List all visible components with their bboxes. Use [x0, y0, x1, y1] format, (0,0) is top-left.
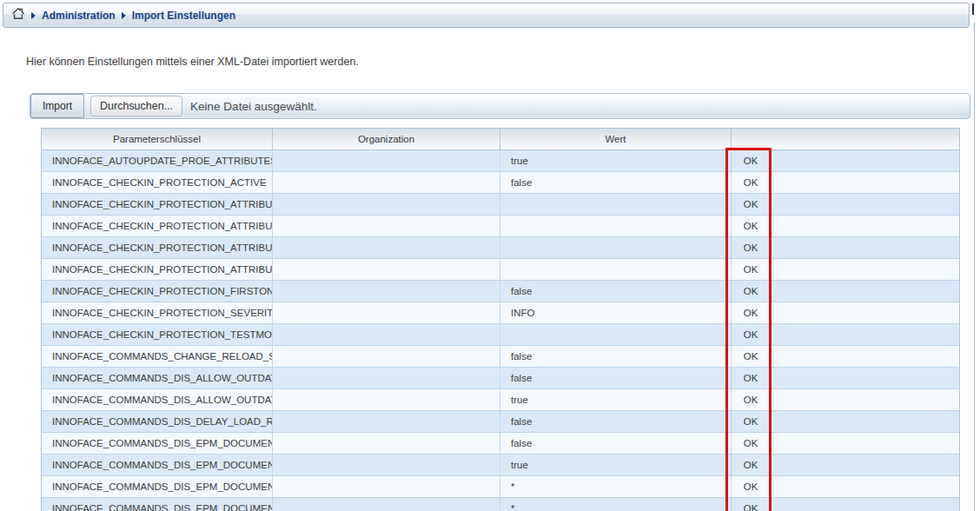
status-cell: OK	[732, 346, 771, 367]
table-row[interactable]: INNOFACE_COMMANDS_CHANGE_RELOAD_SUfalseO…	[42, 346, 959, 368]
param-key-cell: INNOFACE_COMMANDS_DIS_EPM_DOCUMENT	[42, 476, 273, 497]
table-body: INNOFACE_AUTOUPDATE_PROE_ATTRIBUTES_FRtr…	[42, 150, 959, 511]
filler-cell	[771, 194, 959, 215]
column-header-status[interactable]	[732, 129, 771, 149]
text-cursor-mark	[972, 3, 974, 15]
value-cell: false	[500, 433, 732, 454]
value-cell: true	[500, 389, 732, 410]
organization-cell	[273, 194, 500, 215]
table-row[interactable]: INNOFACE_COMMANDS_DIS_EPM_DOCUMENTfalseO…	[42, 433, 959, 455]
table-row[interactable]: INNOFACE_COMMANDS_DIS_ALLOW_OUTDATEtrueO…	[42, 389, 959, 411]
status-cell: OK	[732, 194, 771, 215]
table-row[interactable]: INNOFACE_CHECKIN_PROTECTION_TESTMODEOK	[42, 324, 959, 346]
value-cell	[500, 216, 732, 236]
filler-cell	[771, 281, 959, 302]
organization-cell	[273, 411, 500, 432]
organization-cell	[273, 368, 500, 388]
param-key-cell: INNOFACE_CHECKIN_PROTECTION_ATTRIBUTES	[42, 194, 273, 215]
status-cell: OK	[732, 302, 771, 323]
column-header-organization[interactable]: Organization	[273, 129, 500, 149]
organization-cell	[273, 498, 500, 511]
table-row[interactable]: INNOFACE_COMMANDS_DIS_EPM_DOCUMENT*OK	[42, 476, 959, 498]
table-row[interactable]: INNOFACE_COMMANDS_DIS_EPM_DOCUMENT*OK	[42, 498, 959, 511]
breadcrumb-item-administration[interactable]: Administration	[42, 10, 116, 22]
table-row[interactable]: INNOFACE_CHECKIN_PROTECTION_ATTRIBUTESOK	[42, 216, 959, 237]
value-cell	[500, 259, 732, 280]
filler-cell	[771, 216, 959, 236]
filler-cell	[771, 368, 959, 388]
table-header: ParameterschlüsselOrganizationWert	[42, 129, 959, 150]
filler-cell	[771, 411, 959, 432]
param-key-cell: INNOFACE_CHECKIN_PROTECTION_ATTRIBUTES	[42, 237, 273, 258]
table-row[interactable]: INNOFACE_CHECKIN_PROTECTION_FIRSTONLYfal…	[42, 281, 959, 302]
organization-cell	[273, 476, 500, 497]
status-cell: OK	[732, 216, 771, 236]
organization-cell	[273, 455, 500, 475]
page-description: Hier können Einstellungen mittels einer …	[26, 56, 359, 68]
table-row[interactable]: INNOFACE_COMMANDS_DIS_EPM_DOCUMENTtrueOK	[42, 455, 959, 476]
param-key-cell: INNOFACE_CHECKIN_PROTECTION_ATTRIBUTES	[42, 216, 273, 236]
param-key-cell: INNOFACE_COMMANDS_DIS_EPM_DOCUMENT	[42, 455, 273, 475]
value-cell: *	[500, 498, 732, 511]
page-right-border	[974, 23, 975, 511]
organization-cell	[273, 324, 500, 345]
filler-cell	[771, 433, 959, 454]
import-button[interactable]: Import	[30, 94, 84, 118]
param-key-cell: INNOFACE_AUTOUPDATE_PROE_ATTRIBUTES_FR	[42, 150, 273, 171]
filler-cell	[771, 259, 959, 280]
param-key-cell: INNOFACE_COMMANDS_DIS_DELAY_LOAD_ROO	[42, 411, 273, 432]
status-cell: OK	[732, 172, 771, 193]
breadcrumb-arrow-icon	[122, 12, 126, 19]
column-header-parameterschluessel[interactable]: Parameterschlüssel	[42, 129, 273, 149]
filler-cell	[771, 237, 959, 258]
file-selected-status: Keine Datei ausgewählt.	[190, 100, 317, 113]
browse-file-button[interactable]: Durchsuchen...	[90, 96, 182, 116]
breadcrumb-arrow-icon	[31, 12, 36, 19]
status-cell: OK	[732, 498, 771, 511]
param-key-cell: INNOFACE_COMMANDS_DIS_EPM_DOCUMENT	[42, 498, 273, 511]
organization-cell	[273, 259, 500, 280]
table-row[interactable]: INNOFACE_CHECKIN_PROTECTION_ATTRIBUTESOK	[42, 237, 959, 259]
status-cell: OK	[732, 259, 771, 280]
organization-cell	[273, 281, 500, 302]
value-cell: true	[500, 150, 732, 171]
organization-cell	[273, 433, 500, 454]
value-cell: false	[500, 172, 732, 193]
table-row[interactable]: INNOFACE_CHECKIN_PROTECTION_ATTRIBUTESOK	[42, 259, 959, 281]
table-row[interactable]: INNOFACE_COMMANDS_DIS_ALLOW_OUTDATEfalse…	[42, 368, 959, 389]
param-key-cell: INNOFACE_CHECKIN_PROTECTION_SEVERITY	[42, 302, 273, 323]
filler-cell	[771, 302, 959, 323]
value-cell	[500, 324, 732, 345]
column-header-wert[interactable]: Wert	[500, 129, 732, 149]
status-cell: OK	[732, 433, 771, 454]
home-button[interactable]	[11, 7, 25, 23]
status-cell: OK	[732, 411, 771, 432]
param-key-cell: INNOFACE_CHECKIN_PROTECTION_ATTRIBUTES	[42, 259, 273, 280]
breadcrumb-item-import-einstellungen[interactable]: Import Einstellungen	[132, 10, 235, 22]
status-cell: OK	[732, 237, 771, 258]
status-cell: OK	[732, 455, 771, 475]
filler-cell	[771, 455, 959, 475]
table-row[interactable]: INNOFACE_AUTOUPDATE_PROE_ATTRIBUTES_FRtr…	[42, 150, 959, 172]
table-row[interactable]: INNOFACE_CHECKIN_PROTECTION_ATTRIBUTESOK	[42, 194, 959, 216]
column-header-filler[interactable]	[771, 129, 959, 149]
value-cell: INFO	[500, 302, 732, 323]
table-row[interactable]: INNOFACE_CHECKIN_PROTECTION_ACTIVEfalseO…	[42, 172, 959, 194]
param-key-cell: INNOFACE_COMMANDS_DIS_ALLOW_OUTDATE	[42, 368, 273, 388]
filler-cell	[771, 476, 959, 497]
organization-cell	[273, 389, 500, 410]
import-toolbar: Import Durchsuchen... Keine Datei ausgew…	[30, 93, 970, 119]
filler-cell	[771, 498, 959, 511]
home-icon	[11, 7, 25, 23]
organization-cell	[273, 172, 500, 193]
value-cell: false	[500, 281, 732, 302]
table-row[interactable]: INNOFACE_CHECKIN_PROTECTION_SEVERITYINFO…	[42, 302, 959, 324]
table-row[interactable]: INNOFACE_COMMANDS_DIS_DELAY_LOAD_ROOfals…	[42, 411, 959, 433]
organization-cell	[273, 150, 500, 171]
organization-cell	[273, 216, 500, 236]
param-key-cell: INNOFACE_COMMANDS_DIS_EPM_DOCUMENT	[42, 433, 273, 454]
param-key-cell: INNOFACE_COMMANDS_CHANGE_RELOAD_SU	[42, 346, 273, 367]
status-cell: OK	[732, 389, 771, 410]
status-cell: OK	[732, 476, 771, 497]
organization-cell	[273, 302, 500, 323]
